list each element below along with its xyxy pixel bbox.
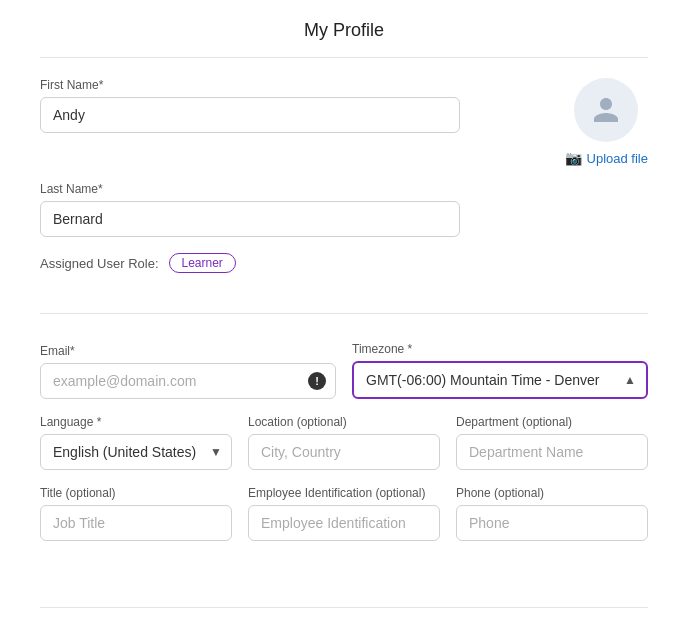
department-group: Department (optional): [456, 415, 648, 470]
assigned-role-label: Assigned User Role:: [40, 256, 159, 271]
role-row: Assigned User Role: Learner: [40, 253, 648, 273]
language-select-wrapper: English (United States) ▼: [40, 434, 232, 470]
details-section: Email* ! Timezone * GMT(-06:00) Mountain…: [0, 334, 688, 577]
department-label: Department (optional): [456, 415, 648, 429]
title-input[interactable]: [40, 505, 232, 541]
upload-label: Upload file: [587, 151, 648, 166]
timezone-group: Timezone * GMT(-06:00) Mountain Time - D…: [352, 342, 648, 399]
location-input[interactable]: [248, 434, 440, 470]
employee-id-label: Employee Identification (optional): [248, 486, 440, 500]
employee-id-input[interactable]: [248, 505, 440, 541]
title-empid-phone-row: Title (optional) Employee Identification…: [40, 486, 648, 541]
language-label: Language *: [40, 415, 232, 429]
language-group: Language * English (United States) ▼: [40, 415, 232, 470]
section-divider-1: [40, 313, 648, 314]
email-label: Email*: [40, 344, 336, 358]
last-name-label: Last Name*: [40, 182, 460, 196]
timezone-select[interactable]: GMT(-06:00) Mountain Time - Denver: [354, 363, 646, 397]
email-input[interactable]: [40, 363, 336, 399]
role-badge: Learner: [169, 253, 236, 273]
email-group: Email* !: [40, 344, 336, 399]
lang-location-dept-row: Language * English (United States) ▼ Loc…: [40, 415, 648, 470]
email-alert-badge: !: [308, 372, 326, 390]
avatar-upload-group: 📷 Upload file: [565, 78, 648, 166]
last-name-input[interactable]: [40, 201, 460, 237]
first-name-group: First Name*: [40, 78, 460, 133]
phone-group: Phone (optional): [456, 486, 648, 541]
upload-icon: 📷: [565, 150, 582, 166]
page-container: My Profile First Name* 📷 Upload file: [0, 0, 688, 637]
last-name-group: Last Name*: [40, 182, 460, 237]
location-label: Location (optional): [248, 415, 440, 429]
first-name-label: First Name*: [40, 78, 460, 92]
phone-input[interactable]: [456, 505, 648, 541]
employee-id-group: Employee Identification (optional): [248, 486, 440, 541]
email-timezone-row: Email* ! Timezone * GMT(-06:00) Mountain…: [40, 342, 648, 399]
form-section: First Name* 📷 Upload file Last Name*: [0, 58, 688, 309]
department-input[interactable]: [456, 434, 648, 470]
bottom-section: Save: [0, 608, 688, 637]
location-group: Location (optional): [248, 415, 440, 470]
upload-file-button[interactable]: 📷 Upload file: [565, 150, 648, 166]
first-name-input[interactable]: [40, 97, 460, 133]
first-name-row: First Name* 📷 Upload file: [40, 78, 648, 166]
email-input-wrapper: !: [40, 363, 336, 399]
timezone-select-wrapper: GMT(-06:00) Mountain Time - Denver ▲: [352, 361, 648, 399]
page-title: My Profile: [0, 0, 688, 57]
language-select[interactable]: English (United States): [40, 434, 232, 470]
title-group: Title (optional): [40, 486, 232, 541]
title-label: Title (optional): [40, 486, 232, 500]
avatar: [574, 78, 638, 142]
timezone-label: Timezone *: [352, 342, 648, 356]
phone-label: Phone (optional): [456, 486, 648, 500]
person-icon: [591, 95, 621, 125]
